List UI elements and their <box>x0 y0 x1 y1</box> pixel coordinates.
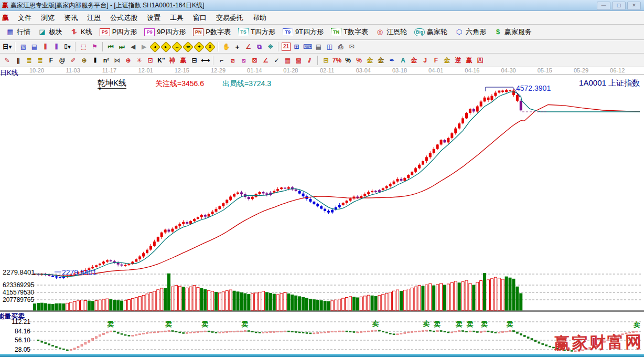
span-arrow-icon[interactable]: ⟷ <box>200 56 210 65</box>
sectors-button[interactable]: ◪板块 <box>34 26 66 38</box>
maximize-button[interactable]: ▢ <box>612 2 626 10</box>
grid-red2-icon[interactable]: ▩ <box>294 56 304 65</box>
ratio-grid-icon[interactable]: ⊞ <box>321 56 331 65</box>
grid-red-icon[interactable]: ▦ <box>283 56 293 65</box>
gold-angle-icon[interactable]: 金 <box>442 56 452 65</box>
shift-left-icon[interactable]: ◂ <box>149 41 160 52</box>
mirror-icon[interactable]: ⋈ <box>112 56 122 65</box>
gann-box-icon[interactable]: ⧉ <box>254 42 264 51</box>
zoom-in-icon[interactable]: ✦ <box>194 41 205 52</box>
gold-red-icon[interactable]: 金 <box>409 56 419 65</box>
t9-square-button[interactable]: T99T四方形 <box>279 26 327 38</box>
shift-right-icon[interactable]: ▸ <box>160 41 171 52</box>
dropdown-arrow-icon[interactable]: ▼ <box>98 86 102 91</box>
menu-item-0[interactable]: 文件 <box>13 12 36 24</box>
grid-dense-icon[interactable]: ⫴ <box>90 56 100 65</box>
menu-item-6[interactable]: 工具 <box>165 12 188 24</box>
menu-item-4[interactable]: 公式选股 <box>105 12 142 24</box>
calculator-icon[interactable]: ⊞ <box>292 42 302 51</box>
n2-icon[interactable]: n² <box>101 56 111 65</box>
spiral-icon[interactable]: @ <box>57 56 67 65</box>
bars-9-icon[interactable]: ⫼ <box>51 42 61 51</box>
menu-item-8[interactable]: 交易委托 <box>211 12 248 24</box>
kline-button[interactable]: ⥮K线 <box>66 26 96 38</box>
skip-first-icon[interactable]: ⏮ <box>106 42 116 51</box>
gann-line-icon[interactable]: ∥ <box>13 56 23 65</box>
wave-a-icon[interactable]: A <box>398 56 408 65</box>
pen-k-icon[interactable]: ✒ <box>387 56 397 65</box>
detail-list-icon[interactable]: ▤ <box>29 42 39 51</box>
select-region-icon[interactable]: ⬚ <box>79 42 89 51</box>
menu-item-1[interactable]: 浏览 <box>36 12 59 24</box>
winner-service-button[interactable]: $赢家服务 <box>490 26 535 38</box>
angle-lines-icon[interactable]: ∠ <box>261 56 271 65</box>
export-icon[interactable]: ⎙ <box>336 42 346 51</box>
hexagon-button[interactable]: ⬡六角形 <box>451 26 490 38</box>
menu-item-5[interactable]: 设置 <box>142 12 165 24</box>
fan-lines-icon[interactable]: ⧄ <box>228 56 238 65</box>
menu-item-3[interactable]: 江恩 <box>82 12 105 24</box>
notes-icon[interactable]: ▤ <box>314 42 324 51</box>
web-icon[interactable]: ❋ <box>265 42 275 51</box>
candlestick-canvas[interactable]: 卖卖卖卖卖卖卖卖卖卖卖卖 <box>0 67 644 357</box>
crosshair-icon[interactable]: ＋ <box>232 42 242 51</box>
ni-angle-icon[interactable]: 逆 <box>453 56 463 65</box>
ying-tool-icon[interactable]: 赢 <box>178 56 188 65</box>
close-button[interactable]: ✕ <box>627 2 641 10</box>
fan-box-icon[interactable]: ⧅ <box>239 56 249 65</box>
skip-last-icon[interactable]: ⏭ <box>117 42 127 51</box>
k2-icon[interactable]: K" <box>156 56 166 65</box>
keyboard-icon[interactable]: ⌨ <box>303 42 313 51</box>
crosshair-red-icon[interactable]: ⊕ <box>123 56 133 65</box>
brush-icon[interactable]: ✐ <box>68 56 78 65</box>
gann-grid-gold2-icon[interactable]: ≣ <box>35 56 45 65</box>
p-square-button[interactable]: PSP四方形 <box>96 26 141 38</box>
si-angle-icon[interactable]: 四 <box>475 56 485 65</box>
expand-x-icon[interactable]: ↔ <box>171 41 183 52</box>
gann-grid-gold-icon[interactable]: ≣ <box>24 56 34 65</box>
angle-measure-icon[interactable]: ∠ <box>243 42 253 51</box>
ruler-123-icon[interactable]: ⊟ <box>189 56 199 65</box>
compress-x-icon[interactable]: ⇹ <box>183 41 194 52</box>
minimize-button[interactable]: — <box>597 2 610 10</box>
t-square-button[interactable]: TST四方形 <box>234 26 279 38</box>
pct7-icon[interactable]: 7% <box>332 56 342 65</box>
ying-angle-icon[interactable]: 赢 <box>464 56 474 65</box>
save-icon[interactable]: ◫ <box>325 42 335 51</box>
color-filter-icon[interactable]: ⚑ <box>90 42 100 51</box>
winner-wheel-button[interactable]: Big赢家轮 <box>411 26 451 38</box>
p9-square-button[interactable]: P99P四方形 <box>141 26 189 38</box>
quotes-button[interactable]: ▦行情 <box>2 26 34 38</box>
check-icon[interactable]: ✓ <box>272 56 282 65</box>
fibo-f-icon[interactable]: F <box>46 56 56 65</box>
diag-lines-icon[interactable]: ⫽ <box>305 56 315 65</box>
title-bar[interactable]: 赢 赢家江恩专业版[赢家内部服务平台] - [上证指数 SH1A0001-164… <box>0 0 644 11</box>
j-angle-icon[interactable]: J <box>420 56 430 65</box>
pen-tool-icon[interactable]: ✎ <box>2 56 12 65</box>
gold-line-icon[interactable]: 金 <box>376 56 386 65</box>
candle-style-dropdown[interactable]: ⌷▾ <box>62 42 72 51</box>
corner-box-icon[interactable]: ⌐ <box>217 56 227 65</box>
zoom-out-icon[interactable]: ⇳ <box>205 41 216 52</box>
compass-icon[interactable]: ⊕ <box>79 56 89 65</box>
target-icon[interactable]: ✳ <box>134 56 144 65</box>
menu-item-9[interactable]: 帮助 <box>248 12 271 24</box>
gold-circle-icon[interactable]: 金 <box>365 56 375 65</box>
calendar-icon[interactable]: 21 <box>282 43 291 51</box>
pct-icon[interactable]: % <box>343 56 353 65</box>
zoom-area-icon[interactable]: ▧ <box>18 42 28 51</box>
bottom-scroll-strip[interactable] <box>0 354 644 357</box>
mail-icon[interactable]: ✉ <box>347 42 357 51</box>
period-day-dropdown[interactable]: 日▾ <box>2 42 12 51</box>
p-table-button[interactable]: PNP数字表 <box>189 26 234 38</box>
box-x-icon[interactable]: ⊠ <box>250 56 260 65</box>
bars-3-icon[interactable]: ⫼ <box>40 42 50 51</box>
pan-hand-icon[interactable]: ✋ <box>221 42 231 51</box>
gann-wheel-button[interactable]: ◎江恩轮 <box>372 26 411 38</box>
menu-item-2[interactable]: 资讯 <box>59 12 82 24</box>
f-angle-icon[interactable]: F <box>431 56 441 65</box>
next-icon[interactable]: ▶ <box>139 42 149 51</box>
chart-area[interactable]: 10-2011-0311-1712-0112-1512-2901-1401-28… <box>0 67 644 357</box>
prev-icon[interactable]: ◀ <box>128 42 138 51</box>
t-table-button[interactable]: TNT数字表 <box>327 26 372 38</box>
